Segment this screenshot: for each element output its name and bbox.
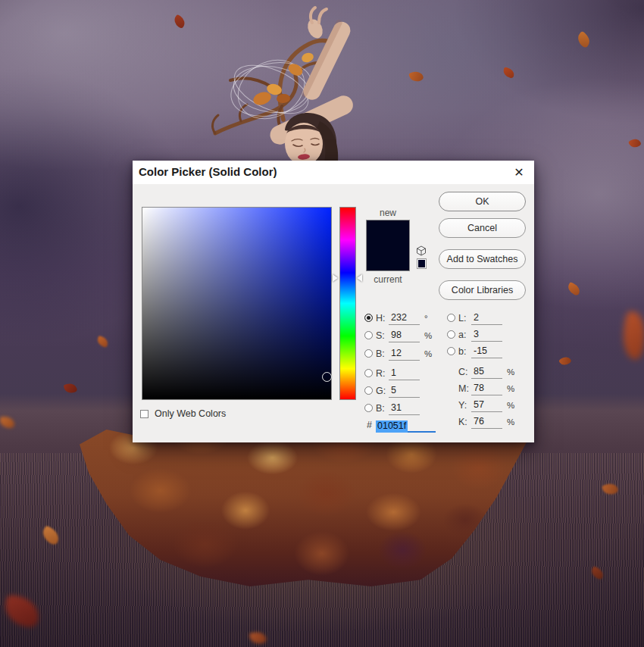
m-input[interactable] [471, 382, 502, 395]
y-unit: % [507, 401, 514, 410]
b-hsb-unit: % [424, 349, 432, 358]
hue-slider-arrow-left[interactable] [333, 274, 338, 282]
cancel-button[interactable]: Cancel [439, 218, 526, 238]
add-to-swatches-button[interactable]: Add to Swatches [439, 249, 526, 269]
field-row-m: M: % [447, 382, 514, 395]
y-input[interactable] [471, 399, 502, 412]
web-safe-swatch[interactable] [417, 258, 427, 269]
hex-value-selected: 01051f [376, 420, 408, 433]
color-libraries-button[interactable]: Color Libraries [439, 280, 526, 300]
radio-b-rgb[interactable] [364, 404, 373, 412]
a-input[interactable] [471, 328, 502, 342]
s-input[interactable] [389, 329, 420, 342]
field-row-a: a: [447, 328, 507, 341]
l-input[interactable] [471, 311, 502, 325]
radio-g[interactable] [364, 386, 373, 395]
color-picker-dialog: Color Picker (Solid Color) ✕ new current… [133, 161, 534, 442]
close-icon[interactable]: ✕ [510, 164, 528, 182]
radio-b-hsb[interactable] [364, 349, 373, 358]
desktop: Color Picker (Solid Color) ✕ new current… [0, 0, 644, 647]
a-label: a: [458, 330, 471, 340]
field-row-y: Y: % [447, 399, 514, 411]
k-input[interactable] [471, 415, 502, 429]
ok-button[interactable]: OK [439, 192, 526, 211]
new-current-swatch [366, 220, 410, 271]
c-unit: % [507, 367, 514, 377]
checkbox-box[interactable] [140, 410, 148, 418]
c-label: C: [458, 367, 471, 377]
current-label: current [366, 274, 410, 285]
g-label: G: [376, 386, 389, 396]
field-row-hue: H: ° [364, 311, 428, 324]
radio-l[interactable] [447, 314, 455, 322]
s-unit: % [424, 331, 432, 340]
r-input[interactable] [389, 367, 420, 380]
hue-slider-arrow-right[interactable] [357, 274, 362, 282]
radio-a[interactable] [447, 330, 455, 339]
hex-input[interactable]: 01051f [376, 418, 436, 433]
saturation-brightness-field[interactable] [142, 207, 332, 400]
field-row-brightness: B: % [364, 347, 432, 360]
new-color-swatch [367, 220, 409, 245]
s-label: S: [376, 330, 389, 341]
m-label: M: [458, 383, 471, 394]
h-input[interactable] [389, 311, 420, 325]
l-label: L: [458, 313, 471, 324]
b-hsb-input[interactable] [389, 347, 420, 361]
field-row-saturation: S: % [364, 329, 432, 342]
hue-slider[interactable] [339, 207, 356, 400]
only-web-colors-checkbox[interactable]: Only Web Colors [140, 408, 226, 420]
color-field-marker[interactable] [322, 372, 332, 382]
y-label: Y: [458, 400, 471, 411]
g-input[interactable] [389, 384, 420, 398]
b-lab-label: b: [458, 346, 471, 357]
radio-r[interactable] [364, 369, 373, 377]
field-row-blue: B: [364, 402, 424, 414]
b-rgb-label: B: [376, 403, 389, 414]
field-row-green: G: [364, 384, 424, 397]
field-row-l: L: [447, 311, 507, 324]
m-unit: % [507, 384, 514, 393]
field-row-b-lab: b: [447, 345, 507, 358]
dialog-title: Color Picker (Solid Color) [139, 165, 277, 178]
r-label: R: [376, 368, 389, 379]
radio-b-lab[interactable] [447, 347, 455, 355]
checkbox-label: Only Web Colors [155, 408, 226, 419]
radio-h[interactable] [364, 314, 373, 322]
web-gamut-cube-icon[interactable] [416, 245, 427, 256]
b-lab-input[interactable] [471, 345, 502, 358]
new-label: new [366, 208, 410, 218]
b-rgb-input[interactable] [389, 402, 420, 415]
h-unit: ° [424, 314, 428, 323]
k-unit: % [507, 417, 514, 427]
radio-s[interactable] [364, 331, 373, 339]
field-row-k: K: % [447, 415, 514, 428]
field-row-c: C: % [447, 365, 514, 378]
current-color-swatch[interactable] [367, 245, 409, 270]
dialog-titlebar[interactable]: Color Picker (Solid Color) ✕ [133, 161, 534, 184]
k-label: K: [458, 417, 471, 427]
b-hsb-label: B: [376, 349, 389, 359]
c-input[interactable] [471, 365, 502, 379]
field-row-red: R: [364, 367, 424, 380]
h-label: H: [376, 313, 389, 324]
hex-hash-label: # [367, 420, 372, 430]
